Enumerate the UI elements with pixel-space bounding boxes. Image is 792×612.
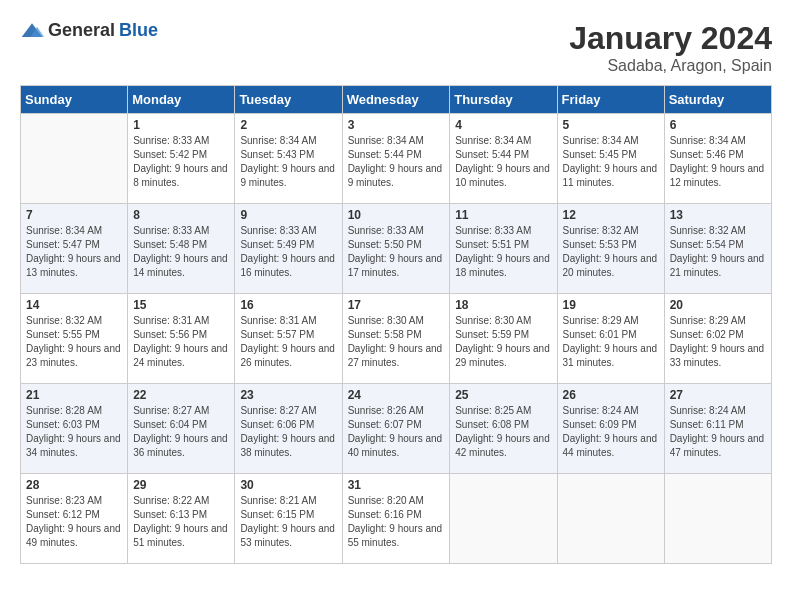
table-row: 25Sunrise: 8:25 AMSunset: 6:08 PMDayligh… [450,384,557,474]
table-row: 5Sunrise: 8:34 AMSunset: 5:45 PMDaylight… [557,114,664,204]
day-number: 17 [348,298,445,312]
table-row: 1Sunrise: 8:33 AMSunset: 5:42 PMDaylight… [128,114,235,204]
logo-icon [20,21,44,41]
day-number: 8 [133,208,229,222]
table-row: 16Sunrise: 8:31 AMSunset: 5:57 PMDayligh… [235,294,342,384]
day-number: 5 [563,118,659,132]
table-row: 22Sunrise: 8:27 AMSunset: 6:04 PMDayligh… [128,384,235,474]
col-tuesday: Tuesday [235,86,342,114]
day-number: 3 [348,118,445,132]
table-row: 2Sunrise: 8:34 AMSunset: 5:43 PMDaylight… [235,114,342,204]
table-row: 24Sunrise: 8:26 AMSunset: 6:07 PMDayligh… [342,384,450,474]
table-row [21,114,128,204]
day-number: 25 [455,388,551,402]
col-saturday: Saturday [664,86,771,114]
day-number: 28 [26,478,122,492]
logo: GeneralBlue [20,20,158,41]
table-row: 10Sunrise: 8:33 AMSunset: 5:50 PMDayligh… [342,204,450,294]
day-number: 13 [670,208,766,222]
day-number: 4 [455,118,551,132]
day-info: Sunrise: 8:34 AMSunset: 5:43 PMDaylight:… [240,134,336,190]
day-number: 20 [670,298,766,312]
day-info: Sunrise: 8:25 AMSunset: 6:08 PMDaylight:… [455,404,551,460]
table-row: 19Sunrise: 8:29 AMSunset: 6:01 PMDayligh… [557,294,664,384]
day-info: Sunrise: 8:33 AMSunset: 5:42 PMDaylight:… [133,134,229,190]
day-number: 21 [26,388,122,402]
table-row: 27Sunrise: 8:24 AMSunset: 6:11 PMDayligh… [664,384,771,474]
table-row: 13Sunrise: 8:32 AMSunset: 5:54 PMDayligh… [664,204,771,294]
day-number: 31 [348,478,445,492]
table-row: 9Sunrise: 8:33 AMSunset: 5:49 PMDaylight… [235,204,342,294]
table-row: 3Sunrise: 8:34 AMSunset: 5:44 PMDaylight… [342,114,450,204]
table-row: 6Sunrise: 8:34 AMSunset: 5:46 PMDaylight… [664,114,771,204]
day-info: Sunrise: 8:23 AMSunset: 6:12 PMDaylight:… [26,494,122,550]
page-header: GeneralBlue January 2024 Sadaba, Aragon,… [20,20,772,75]
day-info: Sunrise: 8:32 AMSunset: 5:53 PMDaylight:… [563,224,659,280]
col-wednesday: Wednesday [342,86,450,114]
logo-blue-text: Blue [119,20,158,41]
calendar-table: Sunday Monday Tuesday Wednesday Thursday… [20,85,772,564]
calendar-week-row: 21Sunrise: 8:28 AMSunset: 6:03 PMDayligh… [21,384,772,474]
table-row: 12Sunrise: 8:32 AMSunset: 5:53 PMDayligh… [557,204,664,294]
table-row: 17Sunrise: 8:30 AMSunset: 5:58 PMDayligh… [342,294,450,384]
col-friday: Friday [557,86,664,114]
day-number: 23 [240,388,336,402]
day-number: 30 [240,478,336,492]
day-number: 18 [455,298,551,312]
day-number: 15 [133,298,229,312]
day-info: Sunrise: 8:31 AMSunset: 5:56 PMDaylight:… [133,314,229,370]
table-row [450,474,557,564]
calendar-week-row: 1Sunrise: 8:33 AMSunset: 5:42 PMDaylight… [21,114,772,204]
table-row: 15Sunrise: 8:31 AMSunset: 5:56 PMDayligh… [128,294,235,384]
table-row [557,474,664,564]
day-info: Sunrise: 8:31 AMSunset: 5:57 PMDaylight:… [240,314,336,370]
day-info: Sunrise: 8:27 AMSunset: 6:06 PMDaylight:… [240,404,336,460]
calendar-week-row: 14Sunrise: 8:32 AMSunset: 5:55 PMDayligh… [21,294,772,384]
table-row: 28Sunrise: 8:23 AMSunset: 6:12 PMDayligh… [21,474,128,564]
day-number: 24 [348,388,445,402]
day-info: Sunrise: 8:34 AMSunset: 5:45 PMDaylight:… [563,134,659,190]
table-row: 20Sunrise: 8:29 AMSunset: 6:02 PMDayligh… [664,294,771,384]
month-title: January 2024 [569,20,772,57]
day-info: Sunrise: 8:26 AMSunset: 6:07 PMDaylight:… [348,404,445,460]
day-info: Sunrise: 8:34 AMSunset: 5:47 PMDaylight:… [26,224,122,280]
table-row: 18Sunrise: 8:30 AMSunset: 5:59 PMDayligh… [450,294,557,384]
day-info: Sunrise: 8:33 AMSunset: 5:51 PMDaylight:… [455,224,551,280]
day-number: 6 [670,118,766,132]
day-info: Sunrise: 8:30 AMSunset: 5:59 PMDaylight:… [455,314,551,370]
day-info: Sunrise: 8:24 AMSunset: 6:09 PMDaylight:… [563,404,659,460]
day-number: 27 [670,388,766,402]
col-sunday: Sunday [21,86,128,114]
table-row: 29Sunrise: 8:22 AMSunset: 6:13 PMDayligh… [128,474,235,564]
day-info: Sunrise: 8:29 AMSunset: 6:01 PMDaylight:… [563,314,659,370]
day-info: Sunrise: 8:34 AMSunset: 5:44 PMDaylight:… [455,134,551,190]
day-info: Sunrise: 8:34 AMSunset: 5:44 PMDaylight:… [348,134,445,190]
location-title: Sadaba, Aragon, Spain [569,57,772,75]
day-info: Sunrise: 8:22 AMSunset: 6:13 PMDaylight:… [133,494,229,550]
day-number: 9 [240,208,336,222]
day-number: 14 [26,298,122,312]
day-number: 2 [240,118,336,132]
day-number: 19 [563,298,659,312]
day-number: 7 [26,208,122,222]
table-row: 23Sunrise: 8:27 AMSunset: 6:06 PMDayligh… [235,384,342,474]
day-number: 26 [563,388,659,402]
day-number: 12 [563,208,659,222]
day-number: 1 [133,118,229,132]
day-info: Sunrise: 8:21 AMSunset: 6:15 PMDaylight:… [240,494,336,550]
calendar-week-row: 7Sunrise: 8:34 AMSunset: 5:47 PMDaylight… [21,204,772,294]
table-row: 8Sunrise: 8:33 AMSunset: 5:48 PMDaylight… [128,204,235,294]
day-info: Sunrise: 8:33 AMSunset: 5:50 PMDaylight:… [348,224,445,280]
table-row: 31Sunrise: 8:20 AMSunset: 6:16 PMDayligh… [342,474,450,564]
logo-general-text: General [48,20,115,41]
day-info: Sunrise: 8:33 AMSunset: 5:48 PMDaylight:… [133,224,229,280]
day-info: Sunrise: 8:28 AMSunset: 6:03 PMDaylight:… [26,404,122,460]
calendar-week-row: 28Sunrise: 8:23 AMSunset: 6:12 PMDayligh… [21,474,772,564]
day-info: Sunrise: 8:32 AMSunset: 5:54 PMDaylight:… [670,224,766,280]
day-number: 11 [455,208,551,222]
day-info: Sunrise: 8:30 AMSunset: 5:58 PMDaylight:… [348,314,445,370]
day-info: Sunrise: 8:33 AMSunset: 5:49 PMDaylight:… [240,224,336,280]
title-area: January 2024 Sadaba, Aragon, Spain [569,20,772,75]
day-number: 22 [133,388,229,402]
table-row: 14Sunrise: 8:32 AMSunset: 5:55 PMDayligh… [21,294,128,384]
